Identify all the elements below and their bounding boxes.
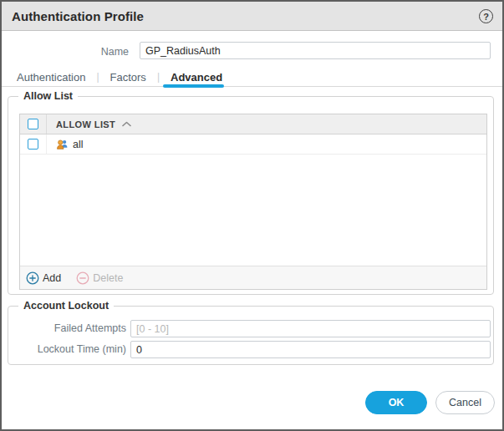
row-label-cell: all — [47, 134, 486, 154]
table-empty-area — [20, 155, 486, 266]
failed-attempts-input[interactable] — [130, 320, 491, 337]
lockout-time-input[interactable] — [130, 341, 491, 358]
allow-list-row[interactable]: all — [20, 134, 486, 155]
ok-button[interactable]: OK — [365, 391, 427, 414]
tab-separator: | — [96, 71, 99, 83]
authentication-profile-dialog: Authentication Profile ? Name Authentica… — [0, 0, 504, 431]
cancel-button[interactable]: Cancel — [435, 391, 495, 414]
lockout-time-label: Lockout Time (min) — [8, 341, 126, 357]
tab-factors[interactable]: Factors — [110, 71, 146, 84]
allow-list-table: ALLOW LIST al — [19, 114, 487, 290]
minus-circle-icon — [76, 271, 89, 285]
plus-circle-icon — [26, 271, 39, 285]
allow-list-column-header[interactable]: ALLOW LIST — [47, 114, 486, 134]
account-lockout-section: Account Lockout Failed Attempts Lockout … — [8, 306, 494, 365]
allow-list-section: Allow List ALLOW LIST — [8, 96, 494, 295]
tabs-divider — [2, 86, 502, 87]
table-footer: Add Delete — [20, 266, 486, 289]
select-all-checkbox[interactable] — [28, 119, 38, 129]
tab-authentication[interactable]: Authentication — [17, 71, 85, 84]
allow-list-legend: Allow List — [18, 90, 78, 103]
failed-attempts-label: Failed Attempts — [8, 320, 126, 337]
header-checkbox-cell — [20, 114, 47, 134]
dialog-title: Authentication Profile — [12, 9, 144, 23]
dialog-titlebar: Authentication Profile ? — [2, 2, 502, 31]
allow-list-table-header: ALLOW LIST — [20, 114, 486, 134]
account-lockout-legend: Account Lockout — [18, 300, 114, 312]
row-checkbox[interactable] — [28, 139, 38, 150]
row-checkbox-cell — [20, 134, 47, 154]
delete-button[interactable]: Delete — [76, 271, 123, 285]
add-button[interactable]: Add — [26, 271, 61, 285]
name-label: Name — [2, 43, 129, 60]
sort-ascending-icon — [122, 121, 131, 127]
name-input[interactable] — [140, 42, 491, 59]
tab-separator: | — [157, 71, 160, 83]
allow-list-entry-label: all — [73, 139, 84, 150]
tab-advanced[interactable]: Advanced — [171, 71, 222, 84]
active-tab-indicator — [163, 84, 224, 88]
help-icon[interactable]: ? — [479, 9, 493, 23]
user-group-icon — [56, 138, 69, 150]
